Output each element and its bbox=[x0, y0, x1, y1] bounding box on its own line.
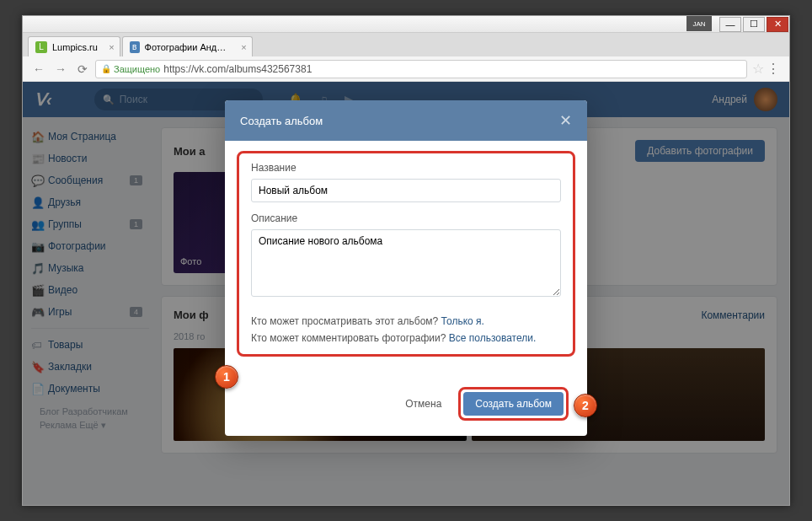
nav-back[interactable]: ← bbox=[29, 60, 48, 78]
browser-menu[interactable]: ⋮ bbox=[764, 61, 783, 77]
tab-lumpics[interactable]: L Lumpics.ru × bbox=[28, 36, 120, 56]
privacy-comment-link[interactable]: Все пользователи. bbox=[449, 332, 537, 344]
modal-close-icon[interactable]: ✕ bbox=[559, 111, 572, 130]
label-description: Описание bbox=[251, 212, 561, 224]
annotation-marker-2: 2 bbox=[574, 394, 597, 417]
cancel-button[interactable]: Отмена bbox=[395, 392, 451, 416]
privacy-comment: Кто может комментировать фотографии? Все… bbox=[251, 332, 561, 344]
bookmark-star-icon[interactable]: ☆ bbox=[752, 61, 764, 77]
favicon: в bbox=[130, 41, 140, 53]
browser-tabs: L Lumpics.ru × в Фотографии Андрея Пе × bbox=[23, 33, 789, 56]
window-minimize[interactable]: — bbox=[719, 17, 741, 32]
tab-close-icon[interactable]: × bbox=[109, 42, 114, 52]
tab-title: Lumpics.ru bbox=[52, 42, 98, 52]
privacy-view-link[interactable]: Только я. bbox=[441, 315, 484, 327]
nav-forward[interactable]: → bbox=[51, 60, 70, 78]
create-album-modal: Создать альбом ✕ Название Описание Описа… bbox=[225, 100, 587, 436]
secure-badge: Защищено bbox=[101, 64, 160, 74]
annotation-frame-1: Название Описание Описание нового альбом… bbox=[237, 151, 575, 357]
tab-vk[interactable]: в Фотографии Андрея Пе × bbox=[122, 36, 253, 56]
address-bar[interactable]: Защищено https://vk.com/albums432567381 bbox=[95, 60, 747, 78]
modal-title: Создать альбом bbox=[240, 115, 323, 127]
tab-close-icon[interactable]: × bbox=[241, 42, 246, 52]
favicon: L bbox=[35, 41, 47, 53]
privacy-view: Кто может просматривать этот альбом? Тол… bbox=[251, 315, 561, 327]
nav-reload[interactable]: ⟳ bbox=[73, 60, 92, 78]
window-maximize[interactable]: ☐ bbox=[743, 17, 765, 32]
create-album-button[interactable]: Создать альбом bbox=[463, 392, 564, 416]
modal-overlay: Создать альбом ✕ Название Описание Описа… bbox=[23, 82, 789, 505]
annotation-marker-1: 1 bbox=[215, 365, 238, 389]
label-name: Название bbox=[251, 162, 561, 174]
extension-badge: JAN bbox=[686, 16, 712, 31]
album-description-input[interactable]: Описание нового альбома bbox=[251, 229, 561, 297]
tab-title: Фотографии Андрея Пе bbox=[145, 42, 230, 52]
window-close[interactable]: ✕ bbox=[767, 17, 788, 32]
album-name-input[interactable] bbox=[251, 179, 561, 202]
url-text: https://vk.com/albums432567381 bbox=[163, 63, 312, 75]
annotation-frame-2: Создать альбом bbox=[458, 387, 569, 421]
